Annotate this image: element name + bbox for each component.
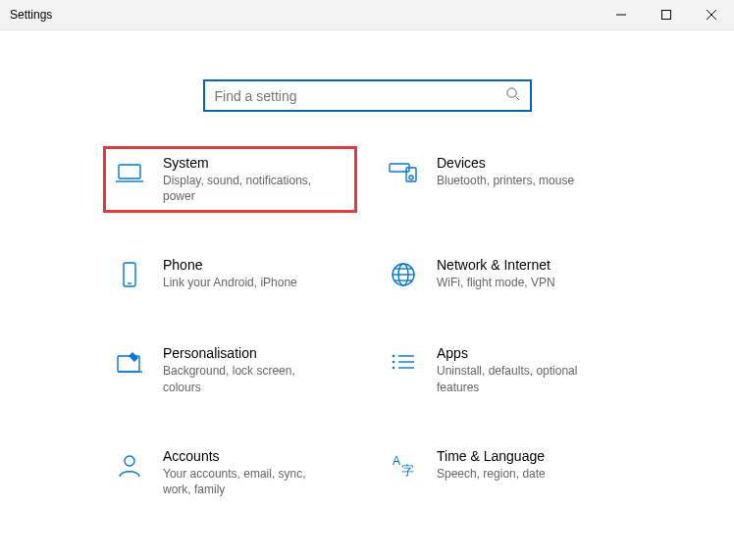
phone-icon <box>112 257 147 292</box>
close-button[interactable] <box>689 0 734 29</box>
settings-tile-devices[interactable]: DevicesBluetooth, printers, mouse <box>382 151 626 208</box>
settings-tile-system[interactable]: SystemDisplay, sound, notifications, pow… <box>108 151 352 208</box>
tile-label: Phone <box>163 257 297 273</box>
svg-text:字: 字 <box>401 463 414 478</box>
settings-tile-time-language[interactable]: A字Time & LanguageSpeech, region, date <box>382 444 626 501</box>
window-title: Settings <box>0 8 52 22</box>
person-icon <box>112 448 147 484</box>
svg-point-10 <box>409 176 413 179</box>
search-icon <box>505 86 520 105</box>
tile-label: Network & Internet <box>437 257 555 273</box>
tile-text: DevicesBluetooth, printers, mouse <box>437 155 574 204</box>
content-area[interactable]: SystemDisplay, sound, notifications, pow… <box>0 30 734 560</box>
tile-text: AppsUninstall, defaults, optional featur… <box>437 345 603 394</box>
tile-description: Bluetooth, printers, mouse <box>437 173 574 188</box>
tile-description: WiFi, flight mode, VPN <box>437 275 555 290</box>
window-controls <box>599 0 734 29</box>
tile-description: Uninstall, defaults, optional features <box>437 363 603 394</box>
settings-tile-accounts[interactable]: AccountsYour accounts, email, sync, work… <box>108 444 352 501</box>
lang-icon: A字 <box>386 448 421 484</box>
svg-point-4 <box>506 88 515 97</box>
maximize-button[interactable] <box>644 0 689 29</box>
svg-line-5 <box>515 96 519 100</box>
tile-text: Time & LanguageSpeech, region, date <box>437 448 546 497</box>
tile-description: Display, sound, notifications, power <box>163 173 330 204</box>
settings-tile-phone[interactable]: PhoneLink your Android, iPhone <box>108 253 352 296</box>
svg-point-24 <box>393 361 395 364</box>
tile-label: System <box>163 155 330 171</box>
search-container <box>0 30 734 151</box>
svg-point-25 <box>393 367 395 370</box>
search-box[interactable] <box>203 79 532 112</box>
settings-tile-personalisation[interactable]: PersonalisationBackground, lock screen, … <box>108 341 352 398</box>
globe-icon <box>386 257 421 292</box>
list-icon <box>386 345 421 381</box>
tile-description: Speech, region, date <box>437 466 546 482</box>
tile-text: PersonalisationBackground, lock screen, … <box>163 345 330 394</box>
tile-text: AccountsYour accounts, email, sync, work… <box>163 448 330 497</box>
titlebar: Settings <box>0 0 734 30</box>
settings-grid: SystemDisplay, sound, notifications, pow… <box>0 151 734 540</box>
svg-rect-1 <box>662 11 671 20</box>
tile-description: Link your Android, iPhone <box>163 275 297 290</box>
svg-point-26 <box>125 456 134 466</box>
search-input[interactable] <box>215 88 505 104</box>
settings-tile-network[interactable]: Network & InternetWiFi, flight mode, VPN <box>382 253 626 296</box>
svg-rect-6 <box>119 165 140 178</box>
tile-text: SystemDisplay, sound, notifications, pow… <box>163 155 330 204</box>
tile-text: Network & InternetWiFi, flight mode, VPN <box>437 257 555 292</box>
laptop-icon <box>112 155 147 190</box>
tile-label: Accounts <box>163 448 330 464</box>
tile-description: Your accounts, email, sync, work, family <box>163 466 330 497</box>
tile-label: Devices <box>437 155 574 171</box>
devices-icon <box>386 155 421 190</box>
tile-description: Background, lock screen, colours <box>163 363 330 394</box>
tile-label: Time & Language <box>437 448 546 464</box>
minimize-button[interactable] <box>599 0 644 29</box>
tile-label: Apps <box>437 345 603 361</box>
paint-icon <box>112 345 147 381</box>
svg-point-23 <box>393 355 395 358</box>
settings-tile-apps[interactable]: AppsUninstall, defaults, optional featur… <box>382 341 626 398</box>
tile-text: PhoneLink your Android, iPhone <box>163 257 297 292</box>
svg-text:A: A <box>393 454 400 468</box>
tile-label: Personalisation <box>163 345 330 361</box>
